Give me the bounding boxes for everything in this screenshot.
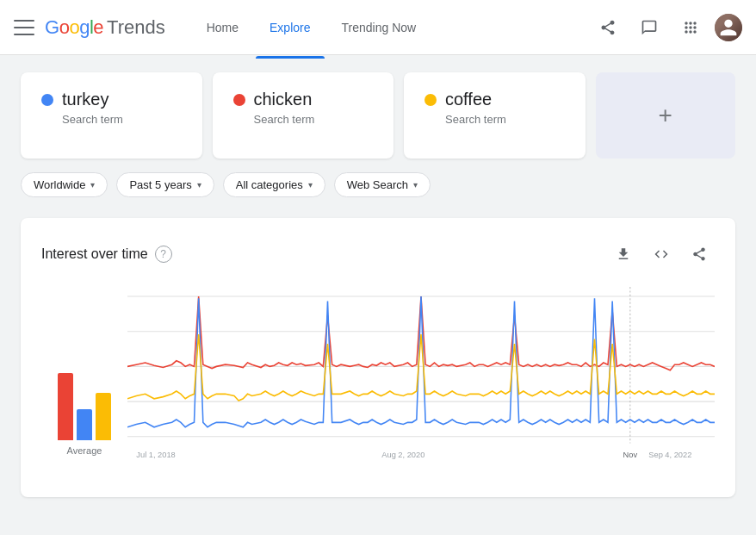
chart-header: Interest over time ? [41, 239, 715, 270]
filter-period[interactable]: Past 5 years ▾ [116, 172, 214, 197]
logo-google: Google [45, 16, 103, 39]
term-label-chicken: Search term [254, 113, 374, 126]
term-label-coffee: Search term [445, 113, 565, 126]
average-legend: Average [41, 287, 127, 476]
avg-label: Average [67, 445, 102, 456]
info-icon[interactable]: ? [155, 246, 172, 263]
term-name-coffee: coffee [445, 90, 492, 109]
chevron-down-icon: ▾ [413, 180, 418, 190]
logo-trends: Trends [107, 16, 165, 39]
chart-actions [608, 239, 715, 270]
main-content: turkey Search term chicken Search term c… [0, 55, 756, 514]
header-actions [591, 10, 742, 45]
share-chart-button[interactable] [684, 239, 715, 270]
chart-svg: 100 75 50 25 Nov Jul 1, 2018 Aug 2, 2020… [127, 287, 715, 476]
logo: Google Trends [45, 16, 165, 39]
filters-row: Worldwide ▾ Past 5 years ▾ All categorie… [21, 172, 735, 197]
feedback-button[interactable] [632, 10, 666, 45]
svg-text:Sep 4, 2022: Sep 4, 2022 [648, 450, 691, 459]
avg-bar-chicken [58, 373, 73, 440]
nav-trending[interactable]: Trending Now [328, 14, 431, 41]
chevron-down-icon: ▾ [197, 180, 201, 190]
menu-icon[interactable] [14, 17, 34, 38]
plus-icon: + [659, 102, 672, 129]
avg-bar-turkey [77, 409, 92, 440]
main-nav: Home Explore Trending Now [193, 14, 591, 41]
nav-explore[interactable]: Explore [256, 14, 324, 41]
svg-text:Aug 2, 2020: Aug 2, 2020 [381, 450, 424, 459]
term-card-chicken: chicken Search term [213, 72, 394, 159]
app-header: Google Trends Home Explore Trending Now [0, 0, 756, 55]
chevron-down-icon: ▾ [90, 180, 95, 190]
embed-button[interactable] [646, 239, 677, 270]
share-button[interactable] [591, 10, 625, 45]
filter-search-type[interactable]: Web Search ▾ [334, 172, 431, 197]
avatar[interactable] [715, 14, 742, 41]
avg-bar-coffee [96, 393, 111, 440]
term-dot-chicken [233, 94, 245, 106]
filter-region[interactable]: Worldwide ▾ [21, 172, 108, 197]
chart-title: Interest over time [41, 246, 148, 262]
chevron-down-icon: ▾ [308, 180, 313, 190]
nav-home[interactable]: Home [193, 14, 252, 41]
term-name-chicken: chicken [254, 90, 313, 109]
term-label-turkey: Search term [62, 113, 182, 126]
chart-area: Average 100 75 50 25 [41, 287, 715, 476]
term-header-coffee: coffee [424, 90, 565, 109]
download-button[interactable] [608, 239, 639, 270]
search-terms-row: turkey Search term chicken Search term c… [21, 72, 735, 159]
term-dot-turkey [41, 94, 53, 106]
term-header-chicken: chicken [233, 90, 374, 109]
svg-text:Nov: Nov [623, 450, 638, 459]
apps-button[interactable] [673, 10, 708, 45]
svg-text:Jul 1, 2018: Jul 1, 2018 [136, 450, 175, 459]
filter-category[interactable]: All categories ▾ [223, 172, 325, 197]
add-term-button[interactable]: + [596, 72, 736, 159]
term-header-turkey: turkey [41, 90, 182, 109]
term-dot-coffee [424, 94, 437, 106]
term-name-turkey: turkey [62, 90, 108, 109]
chart-graph: 100 75 50 25 Nov Jul 1, 2018 Aug 2, 2020… [127, 287, 715, 476]
term-card-coffee: coffee Search term [404, 72, 586, 159]
term-card-turkey: turkey Search term [21, 72, 202, 159]
avg-bars [58, 354, 111, 440]
interest-over-time-section: Interest over time ? [21, 218, 735, 497]
chart-title-group: Interest over time ? [41, 246, 172, 263]
